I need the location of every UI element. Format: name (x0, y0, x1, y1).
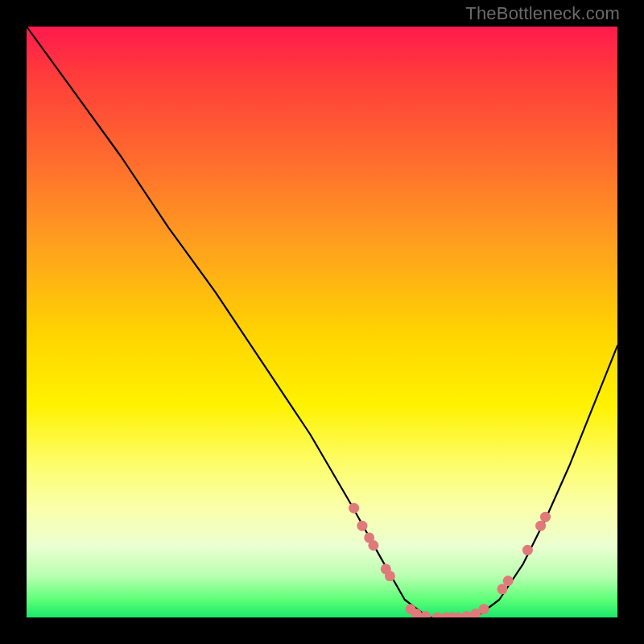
data-markers (349, 503, 551, 617)
data-marker (385, 571, 395, 581)
data-marker (368, 540, 378, 551)
data-marker (522, 545, 533, 555)
data-marker (535, 521, 546, 531)
watermark-label: TheBottleneck.com (465, 3, 620, 24)
data-marker (540, 512, 551, 522)
data-marker (503, 576, 514, 586)
bottleneck-curve (27, 27, 617, 617)
data-marker (357, 521, 367, 531)
chart-svg (27, 27, 617, 617)
data-marker (479, 604, 489, 614)
data-marker (349, 503, 359, 514)
chart-frame: TheBottleneck.com (0, 0, 644, 644)
data-marker (432, 613, 443, 618)
plot-area (27, 27, 617, 617)
